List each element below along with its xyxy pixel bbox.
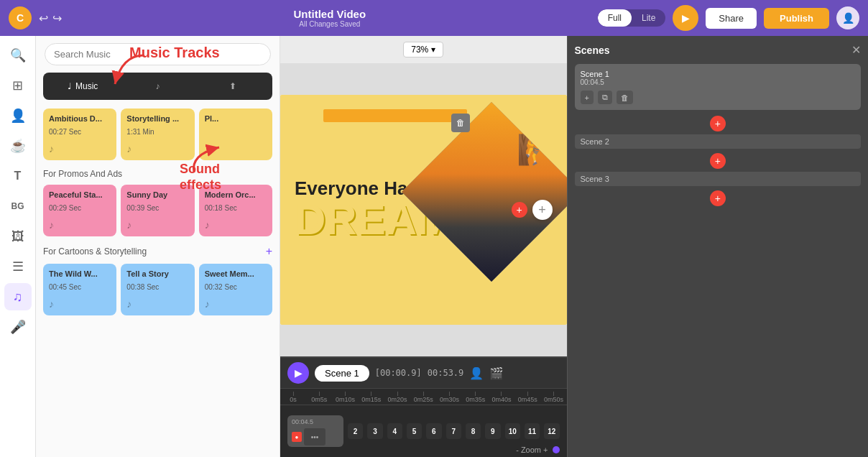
sidebar-item-sticker[interactable]: ☕: [4, 132, 32, 160]
scene1-add-button[interactable]: +: [581, 91, 594, 104]
zoom-label: - Zoom +: [516, 446, 548, 454]
sidebar: 🔍 ⊞ 👤 ☕ T BG 🖼 ☰ ♫ 🎤: [0, 36, 36, 457]
redo-button[interactable]: ↪: [52, 11, 62, 25]
add-scene-button-2[interactable]: +: [710, 153, 726, 169]
sidebar-item-image[interactable]: 🖼: [4, 223, 32, 250]
scene-card-1[interactable]: Scene 1 00:04.5 + ⧉ 🗑: [575, 64, 862, 110]
cartoon-card-2[interactable]: Sweet Mem... 00:32 Sec ♪: [199, 264, 272, 315]
lite-mode-button[interactable]: Lite: [632, 9, 665, 27]
ruler-5: 0m25s: [410, 390, 436, 405]
main-track-block[interactable]: 00:04.5 ● •••: [287, 415, 343, 447]
person-timeline-icon[interactable]: 👤: [469, 366, 484, 380]
track-num-3[interactable]: 3: [367, 423, 382, 439]
scene1-delete-button[interactable]: 🗑: [617, 91, 633, 104]
track-num-6[interactable]: 6: [426, 423, 441, 439]
sound-effects-annotation: Soundeffects: [180, 162, 221, 193]
music-tab-upload[interactable]: ⬆: [196, 75, 269, 97]
track-num-8[interactable]: 8: [466, 423, 481, 439]
zoom-dot[interactable]: [553, 446, 560, 453]
track-num-9[interactable]: 9: [485, 423, 500, 439]
track-num-4[interactable]: 4: [387, 423, 402, 439]
cartoon-card-0[interactable]: The Wild W... 00:45 Sec ♪: [43, 264, 116, 315]
add-scene-right-button[interactable]: +: [532, 200, 553, 220]
music-tab-soundeffects[interactable]: ♪: [121, 75, 194, 97]
music-card-1[interactable]: Storytelling ... 1:31 Min ♪: [121, 109, 194, 160]
timeline: ▶ Scene 1 [00:00.9] 00:53.9 👤 🎬 0s 0m5s …: [280, 356, 567, 457]
featured-music-cards: Ambitious D... 00:27 Sec ♪ Storytelling …: [36, 106, 280, 163]
track-duration-label: 00:04.5: [292, 418, 313, 425]
full-mode-button[interactable]: Full: [598, 9, 632, 27]
scene-card-2[interactable]: Scene 2: [575, 134, 862, 149]
tl-play-icon: ▶: [295, 367, 303, 379]
preview-play-button[interactable]: ▶: [673, 5, 698, 31]
time-total: 00:53.9: [428, 368, 464, 378]
scene2-label: Scene 2: [581, 137, 609, 146]
zoom-chevron-icon: ▾: [431, 45, 435, 55]
view-mode-toggle: Full Lite: [598, 9, 666, 27]
sidebar-item-music[interactable]: ♫: [4, 283, 32, 310]
add-scene-button-3[interactable]: +: [710, 190, 726, 206]
zoom-control[interactable]: 73% ▾: [403, 42, 443, 57]
cartoon-card-1[interactable]: Tell a Story 00:38 Sec ♪: [121, 264, 194, 315]
sidebar-item-text[interactable]: T: [4, 162, 32, 190]
promos-cards: Peaceful Sta... 00:29 Sec ♪ Sunny Day 00…: [36, 182, 280, 239]
promo-card-0[interactable]: Peaceful Sta... 00:29 Sec ♪: [43, 185, 116, 236]
add-section-button[interactable]: +: [266, 245, 272, 258]
undo-button[interactable]: ↩: [39, 11, 48, 25]
scene3-label: Scene 3: [581, 175, 609, 183]
track-num-5[interactable]: 5: [407, 423, 422, 439]
zoom-value: 73%: [411, 45, 428, 55]
add-scene-button[interactable]: +: [710, 116, 726, 131]
sidebar-item-mic[interactable]: 🎤: [4, 313, 32, 341]
sidebar-item-search[interactable]: 🔍: [4, 42, 32, 69]
track-num-7[interactable]: 7: [446, 423, 461, 439]
music-card-2[interactable]: Pl... ♪: [199, 109, 272, 160]
timeline-play-button[interactable]: ▶: [287, 362, 309, 384]
publish-button[interactable]: Publish: [764, 8, 829, 29]
current-scene-label[interactable]: Scene 1: [315, 365, 369, 382]
track-num-11[interactable]: 11: [525, 423, 540, 439]
music-note-icon: ♩: [68, 81, 72, 91]
music-tabs: ♩ Music ♪ ⬆: [43, 73, 272, 100]
scene1-title: Scene 1: [581, 70, 856, 78]
scenes-header: Scenes ✕: [575, 43, 862, 57]
video-dream-text: DREAM: [295, 198, 453, 241]
track-thumbnail: •••: [304, 428, 326, 446]
sidebar-item-media[interactable]: ⊞: [4, 72, 32, 99]
time-range: [00:00.9]: [375, 368, 422, 378]
track-dot[interactable]: ●: [292, 432, 302, 442]
avatar[interactable]: 👤: [836, 6, 859, 29]
scene1-copy-button[interactable]: ⧉: [598, 91, 612, 104]
sidebar-item-background[interactable]: BG: [4, 193, 32, 220]
sound-effects-icon: ♪: [155, 81, 160, 91]
share-button[interactable]: Share: [706, 8, 757, 29]
timeline-tracks: 00:04.5 ● ••• 2 3 4 5 6 7 8 9 10: [280, 405, 567, 457]
delete-overlay-button[interactable]: 🗑: [451, 114, 470, 132]
scene1-duration: 00:04.5: [581, 78, 856, 86]
video-timeline-icon[interactable]: 🎬: [489, 366, 504, 380]
scenes-title: Scenes: [575, 45, 610, 56]
ruler-1: 0m5s: [306, 390, 332, 405]
track-controls: ● •••: [292, 428, 326, 446]
ruler-3: 0m15s: [359, 390, 384, 405]
scenes-panel: Scenes ✕ Scene 1 00:04.5 + ⧉ 🗑 + Scene 2…: [567, 36, 869, 457]
track-num-12[interactable]: 12: [544, 423, 559, 439]
avatar-icon: 👤: [842, 12, 854, 24]
scenes-close-button[interactable]: ✕: [851, 43, 861, 57]
track-more-icon[interactable]: •••: [311, 433, 319, 441]
main-area: 🔍 ⊞ 👤 ☕ T BG 🖼 ☰ ♫ 🎤 Music Tracks Sound: [0, 36, 868, 457]
save-status: All Changes Saved: [69, 20, 591, 28]
sidebar-item-layers[interactable]: ☰: [4, 253, 32, 280]
video-title: Untitled Video: [69, 8, 591, 20]
play-icon: ▶: [682, 12, 690, 24]
ruler-9: 0m45s: [514, 390, 540, 405]
sidebar-item-person[interactable]: 👤: [4, 102, 32, 129]
ruler-8: 0m40s: [489, 390, 514, 405]
track-num-2[interactable]: 2: [348, 423, 363, 439]
music-card-0[interactable]: Ambitious D... 00:27 Sec ♪: [43, 109, 116, 160]
undo-redo-group: ↩ ↪: [39, 11, 62, 25]
scene-card-3[interactable]: Scene 3: [575, 172, 862, 186]
track-num-10[interactable]: 10: [505, 423, 520, 439]
music-tab-music[interactable]: ♩ Music: [46, 75, 119, 97]
add-side-button[interactable]: +: [512, 202, 527, 218]
